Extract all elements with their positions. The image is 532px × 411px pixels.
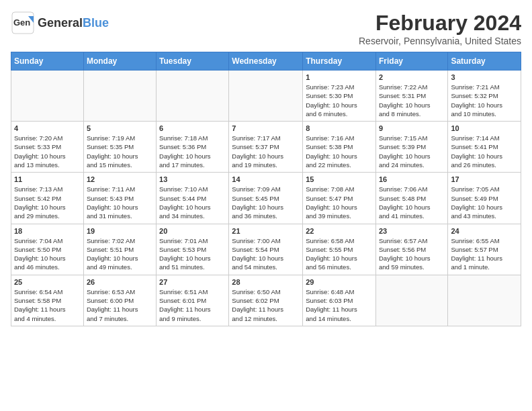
- day-info: Sunrise: 6:48 AM Sunset: 6:03 PM Dayligh…: [306, 287, 373, 323]
- logo-blue-text: Blue: [83, 16, 109, 30]
- day-number: 19: [87, 227, 153, 235]
- calendar-cell-w1-d6: 2Sunrise: 7:22 AM Sunset: 5:31 PM Daylig…: [375, 71, 447, 122]
- calendar-cell-w4-d4: 21Sunrise: 7:00 AM Sunset: 5:54 PM Dayli…: [229, 224, 303, 275]
- calendar-cell-w2-d1: 4Sunrise: 7:20 AM Sunset: 5:33 PM Daylig…: [11, 122, 84, 173]
- calendar-week-1: 1Sunrise: 7:23 AM Sunset: 5:30 PM Daylig…: [11, 71, 521, 122]
- day-info: Sunrise: 7:04 AM Sunset: 5:50 PM Dayligh…: [14, 236, 81, 272]
- calendar-week-3: 11Sunrise: 7:13 AM Sunset: 5:42 PM Dayli…: [11, 173, 521, 224]
- day-number: 27: [159, 278, 226, 286]
- day-number: 26: [87, 278, 153, 286]
- calendar-week-4: 18Sunrise: 7:04 AM Sunset: 5:50 PM Dayli…: [11, 224, 521, 275]
- day-info: Sunrise: 7:10 AM Sunset: 5:44 PM Dayligh…: [159, 185, 226, 220]
- calendar-cell-w4-d5: 22Sunrise: 6:58 AM Sunset: 5:55 PM Dayli…: [303, 224, 376, 275]
- day-number: 12: [87, 175, 153, 183]
- calendar-cell-w1-d2: [83, 71, 156, 122]
- day-info: Sunrise: 7:23 AM Sunset: 5:30 PM Dayligh…: [306, 83, 373, 118]
- calendar-cell-w1-d3: [157, 71, 229, 122]
- title-section: February 2024 Reservoir, Pennsylvania, U…: [359, 11, 521, 46]
- day-info: Sunrise: 6:50 AM Sunset: 6:02 PM Dayligh…: [232, 287, 300, 323]
- day-number: 25: [14, 278, 81, 286]
- day-info: Sunrise: 6:57 AM Sunset: 5:56 PM Dayligh…: [379, 236, 445, 272]
- calendar-cell-w5-d4: 28Sunrise: 6:50 AM Sunset: 6:02 PM Dayli…: [229, 275, 303, 326]
- month-year-title: February 2024: [359, 11, 521, 36]
- calendar-cell-w1-d4: [229, 71, 303, 122]
- day-number: 16: [379, 175, 445, 183]
- day-info: Sunrise: 6:55 AM Sunset: 5:57 PM Dayligh…: [451, 236, 518, 272]
- day-number: 1: [306, 73, 373, 81]
- header-monday: Monday: [83, 52, 156, 71]
- day-info: Sunrise: 6:51 AM Sunset: 6:01 PM Dayligh…: [159, 287, 226, 323]
- calendar-cell-w5-d1: 25Sunrise: 6:54 AM Sunset: 5:58 PM Dayli…: [11, 275, 84, 326]
- calendar-cell-w4-d7: 24Sunrise: 6:55 AM Sunset: 5:57 PM Dayli…: [448, 224, 521, 275]
- logo: Gen GeneralBlue: [11, 11, 109, 35]
- calendar-cell-w1-d1: [11, 71, 84, 122]
- day-info: Sunrise: 7:14 AM Sunset: 5:41 PM Dayligh…: [451, 134, 518, 169]
- calendar-cell-w2-d6: 9Sunrise: 7:15 AM Sunset: 5:39 PM Daylig…: [375, 122, 447, 173]
- day-info: Sunrise: 6:53 AM Sunset: 6:00 PM Dayligh…: [87, 287, 153, 323]
- calendar-cell-w5-d7: [448, 275, 521, 326]
- calendar-cell-w5-d5: 29Sunrise: 6:48 AM Sunset: 6:03 PM Dayli…: [303, 275, 376, 326]
- day-number: 17: [451, 175, 518, 183]
- day-number: 28: [232, 278, 300, 286]
- day-info: Sunrise: 7:15 AM Sunset: 5:39 PM Dayligh…: [379, 134, 445, 169]
- day-number: 21: [232, 227, 300, 235]
- day-info: Sunrise: 7:20 AM Sunset: 5:33 PM Dayligh…: [14, 134, 81, 169]
- calendar-cell-w3-d6: 16Sunrise: 7:06 AM Sunset: 5:48 PM Dayli…: [375, 173, 447, 224]
- day-number: 11: [14, 175, 81, 183]
- calendar-cell-w4-d6: 23Sunrise: 6:57 AM Sunset: 5:56 PM Dayli…: [375, 224, 447, 275]
- day-number: 7: [232, 124, 300, 132]
- calendar-table: Sunday Monday Tuesday Wednesday Thursday…: [11, 52, 521, 326]
- header-wednesday: Wednesday: [229, 52, 303, 71]
- calendar-cell-w3-d4: 14Sunrise: 7:09 AM Sunset: 5:45 PM Dayli…: [229, 173, 303, 224]
- day-info: Sunrise: 7:16 AM Sunset: 5:38 PM Dayligh…: [306, 134, 373, 169]
- day-info: Sunrise: 7:09 AM Sunset: 5:45 PM Dayligh…: [232, 185, 300, 220]
- header-sunday: Sunday: [11, 52, 84, 71]
- calendar-cell-w3-d3: 13Sunrise: 7:10 AM Sunset: 5:44 PM Dayli…: [157, 173, 229, 224]
- day-info: Sunrise: 7:00 AM Sunset: 5:54 PM Dayligh…: [232, 236, 300, 272]
- day-number: 10: [451, 124, 518, 132]
- calendar-cell-w3-d2: 12Sunrise: 7:11 AM Sunset: 5:43 PM Dayli…: [83, 173, 156, 224]
- day-info: Sunrise: 7:17 AM Sunset: 5:37 PM Dayligh…: [232, 134, 300, 169]
- calendar-cell-w2-d4: 7Sunrise: 7:17 AM Sunset: 5:37 PM Daylig…: [229, 122, 303, 173]
- location-subtitle: Reservoir, Pennsylvania, United States: [359, 36, 521, 46]
- day-info: Sunrise: 7:19 AM Sunset: 5:35 PM Dayligh…: [87, 134, 153, 169]
- day-number: 29: [306, 278, 373, 286]
- calendar-cell-w2-d5: 8Sunrise: 7:16 AM Sunset: 5:38 PM Daylig…: [303, 122, 376, 173]
- day-number: 5: [87, 124, 153, 132]
- header-tuesday: Tuesday: [157, 52, 229, 71]
- calendar-cell-w3-d7: 17Sunrise: 7:05 AM Sunset: 5:49 PM Dayli…: [448, 173, 521, 224]
- calendar-cell-w2-d2: 5Sunrise: 7:19 AM Sunset: 5:35 PM Daylig…: [83, 122, 156, 173]
- logo-icon: Gen: [11, 11, 35, 35]
- day-number: 18: [14, 227, 81, 235]
- day-number: 9: [379, 124, 445, 132]
- calendar-cell-w2-d7: 10Sunrise: 7:14 AM Sunset: 5:41 PM Dayli…: [448, 122, 521, 173]
- day-number: 8: [306, 124, 373, 132]
- calendar-cell-w3-d5: 15Sunrise: 7:08 AM Sunset: 5:47 PM Dayli…: [303, 173, 376, 224]
- day-info: Sunrise: 7:02 AM Sunset: 5:51 PM Dayligh…: [87, 236, 153, 272]
- calendar-cell-w5-d2: 26Sunrise: 6:53 AM Sunset: 6:00 PM Dayli…: [83, 275, 156, 326]
- header-thursday: Thursday: [303, 52, 376, 71]
- calendar-cell-w4-d1: 18Sunrise: 7:04 AM Sunset: 5:50 PM Dayli…: [11, 224, 84, 275]
- day-info: Sunrise: 7:05 AM Sunset: 5:49 PM Dayligh…: [451, 185, 518, 220]
- calendar-cell-w5-d3: 27Sunrise: 6:51 AM Sunset: 6:01 PM Dayli…: [157, 275, 229, 326]
- day-info: Sunrise: 7:08 AM Sunset: 5:47 PM Dayligh…: [306, 185, 373, 220]
- calendar-week-2: 4Sunrise: 7:20 AM Sunset: 5:33 PM Daylig…: [11, 122, 521, 173]
- day-info: Sunrise: 7:22 AM Sunset: 5:31 PM Dayligh…: [379, 83, 445, 118]
- calendar-week-5: 25Sunrise: 6:54 AM Sunset: 5:58 PM Dayli…: [11, 275, 521, 326]
- day-number: 2: [379, 73, 445, 81]
- day-number: 13: [159, 175, 226, 183]
- day-number: 4: [14, 124, 81, 132]
- header-friday: Friday: [375, 52, 447, 71]
- day-number: 3: [451, 73, 518, 81]
- calendar-cell-w1-d5: 1Sunrise: 7:23 AM Sunset: 5:30 PM Daylig…: [303, 71, 376, 122]
- day-number: 14: [232, 175, 300, 183]
- calendar-cell-w1-d7: 3Sunrise: 7:21 AM Sunset: 5:32 PM Daylig…: [448, 71, 521, 122]
- day-info: Sunrise: 6:54 AM Sunset: 5:58 PM Dayligh…: [14, 287, 81, 323]
- calendar-cell-w5-d6: [375, 275, 447, 326]
- calendar-cell-w4-d3: 20Sunrise: 7:01 AM Sunset: 5:53 PM Dayli…: [157, 224, 229, 275]
- calendar-cell-w3-d1: 11Sunrise: 7:13 AM Sunset: 5:42 PM Dayli…: [11, 173, 84, 224]
- day-number: 6: [159, 124, 226, 132]
- logo-general-text: General: [38, 16, 83, 30]
- day-info: Sunrise: 7:11 AM Sunset: 5:43 PM Dayligh…: [87, 185, 153, 220]
- day-number: 22: [306, 227, 373, 235]
